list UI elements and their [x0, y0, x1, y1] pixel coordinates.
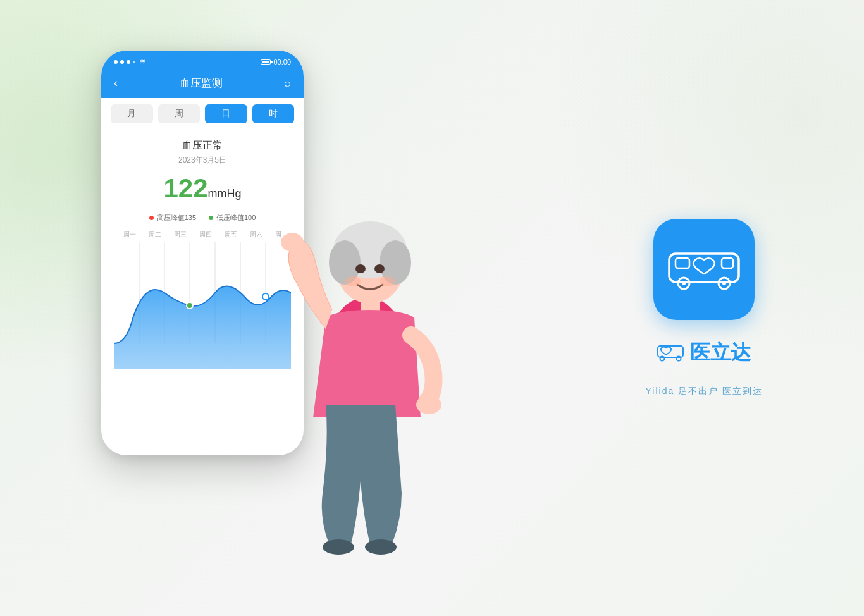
bp-number: 122	[163, 173, 207, 203]
svg-point-25	[722, 281, 726, 285]
tab-hour[interactable]: 时	[252, 104, 295, 123]
chart-dot-green	[187, 302, 193, 309]
svg-point-16	[281, 233, 304, 252]
app-icon-svg	[666, 244, 742, 295]
dot-2	[120, 60, 124, 64]
week-wed: 周三	[174, 230, 187, 239]
branding-container: 医立达 Yilida 足不出户 医立到达	[645, 219, 763, 397]
svg-point-23	[682, 281, 686, 285]
battery-icon	[261, 59, 271, 65]
svg-point-14	[380, 276, 395, 286]
svg-point-11	[355, 264, 366, 273]
status-right: 00:00	[261, 58, 291, 66]
dot-3	[127, 60, 130, 64]
signal-dots: ≋	[114, 58, 145, 66]
week-mon: 周一	[123, 230, 136, 239]
dot-4	[133, 61, 135, 63]
svg-point-13	[345, 276, 361, 286]
legend-high: 高压峰值135	[149, 213, 196, 223]
svg-rect-26	[722, 258, 733, 268]
brand-small-icon	[657, 344, 684, 362]
legend-dot-green	[209, 216, 213, 220]
tab-bar: 月 周 日 时	[101, 98, 304, 130]
week-thu: 周四	[199, 230, 212, 239]
brand-name-row: 医立达	[657, 339, 751, 367]
svg-point-19	[365, 539, 397, 555]
svg-rect-21	[676, 258, 689, 268]
brand-tagline: Yilida 足不出户 医立到达	[645, 386, 763, 397]
brand-name: 医立达	[690, 339, 751, 367]
svg-point-18	[323, 539, 354, 555]
person-image	[234, 126, 500, 594]
person-svg	[234, 126, 500, 594]
time-display: 00:00	[273, 58, 291, 66]
tab-week[interactable]: 周	[158, 104, 201, 123]
status-bar: ≋ 00:00	[101, 51, 304, 71]
svg-point-12	[374, 264, 385, 273]
tab-day[interactable]: 日	[205, 104, 247, 123]
search-icon[interactable]: ⌕	[284, 77, 291, 90]
tab-month[interactable]: 月	[111, 104, 153, 123]
legend-dot-red	[149, 216, 154, 220]
week-tue: 周二	[149, 230, 161, 239]
nav-title: 血压监测	[180, 76, 223, 90]
wifi-icon: ≋	[140, 58, 145, 66]
nav-bar: ‹ 血压监测 ⌕	[101, 71, 304, 98]
back-button[interactable]: ‹	[114, 77, 118, 90]
battery-fill	[262, 61, 269, 63]
legend-high-label: 高压峰值135	[157, 213, 196, 223]
dot-1	[114, 60, 118, 64]
svg-point-17	[416, 395, 441, 414]
app-icon	[653, 219, 755, 320]
